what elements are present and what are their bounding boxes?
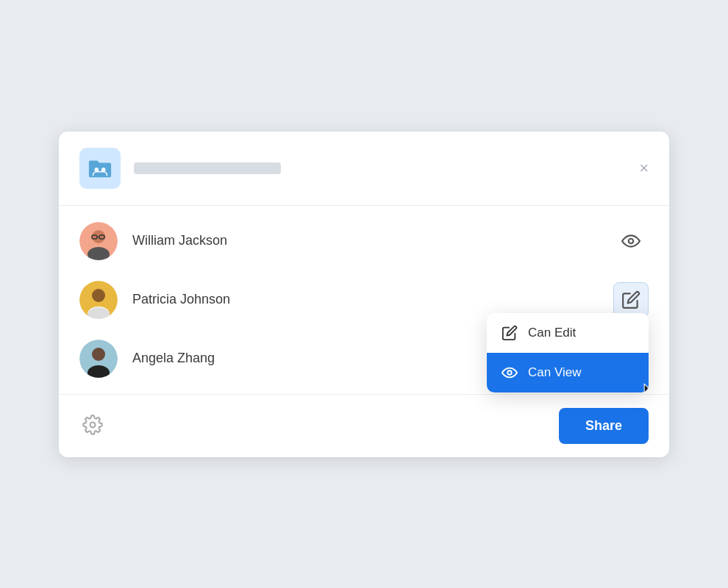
avatar <box>79 222 118 260</box>
dropdown-item-label: Can Edit <box>528 326 576 340</box>
dialog-title-area <box>134 162 649 174</box>
share-button[interactable]: Share <box>559 408 649 444</box>
eye-icon <box>502 365 518 381</box>
cursor <box>641 383 649 392</box>
folder-icon <box>79 148 121 189</box>
folder-people-icon <box>88 156 113 181</box>
dialog-footer: Share <box>59 395 669 457</box>
person-row: William Jackson <box>59 212 669 270</box>
dialog-header: × <box>59 132 669 206</box>
person-name: William Jackson <box>132 233 613 248</box>
dropdown-item-can-edit[interactable]: Can Edit <box>487 313 649 353</box>
edit-icon <box>621 290 640 309</box>
title-placeholder <box>134 162 281 174</box>
svg-point-10 <box>92 289 105 302</box>
dropdown-item-can-view[interactable]: Can View <box>487 353 649 392</box>
permission-button-patricia[interactable] <box>613 282 649 318</box>
svg-point-13 <box>507 370 512 375</box>
avatar <box>79 281 118 319</box>
permission-button-william[interactable] <box>613 223 649 259</box>
avatar <box>79 340 118 378</box>
svg-point-15 <box>92 348 105 361</box>
dropdown-item-label: Can View <box>528 365 581 380</box>
svg-point-18 <box>90 422 96 427</box>
edit-icon <box>502 325 518 341</box>
people-list: William Jackson Patricia Johnson <box>59 206 669 395</box>
svg-point-8 <box>629 238 634 243</box>
settings-button[interactable] <box>79 412 106 440</box>
close-button[interactable]: × <box>636 157 652 179</box>
person-row-patricia: Patricia Johnson Can Edit <box>59 270 669 329</box>
share-dialog: × William Jackson <box>59 132 669 457</box>
eye-icon <box>621 232 640 251</box>
permission-dropdown: Can Edit Can View <box>487 313 649 392</box>
gear-icon <box>82 415 103 435</box>
person-name: Patricia Johnson <box>132 292 613 307</box>
